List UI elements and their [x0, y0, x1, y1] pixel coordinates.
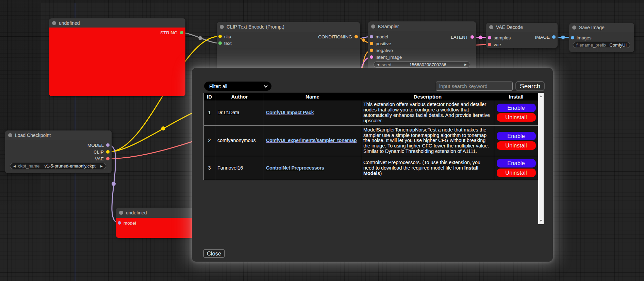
search-button[interactable]: Search: [515, 81, 545, 91]
collapse-dot[interactable]: [119, 211, 123, 215]
cell-description: This extension offers various detector n…: [361, 100, 494, 126]
increment-arrow-icon[interactable]: ▶: [464, 63, 467, 66]
increment-arrow-icon[interactable]: ▶: [100, 164, 103, 168]
output-dot-string[interactable]: [180, 31, 183, 34]
input-dot-vae[interactable]: [488, 43, 491, 46]
node-title: Load Checkpoint: [15, 133, 51, 138]
cell-id: 2: [204, 125, 215, 156]
cell-author: comfyanonymous: [215, 125, 264, 156]
node-clip-text-encode[interactable]: CLIP Text Encode (Prompt) clip text COND…: [217, 22, 360, 72]
input-slot-latent-image: latent_image: [368, 54, 476, 60]
extension-link[interactable]: ControlNet Preprocessors: [266, 165, 324, 171]
table-row: 2 comfyanonymous ComfyUI_experiments/sam…: [204, 125, 538, 156]
input-dot-images[interactable]: [571, 36, 574, 39]
output-dot-conditioning[interactable]: [354, 35, 358, 38]
node-ksampler[interactable]: KSampler model positive negative latent_…: [368, 21, 476, 71]
output-slot-image: IMAGE: [486, 34, 558, 40]
input-slot-negative: negative: [368, 47, 476, 54]
input-dot-latent-image[interactable]: [370, 55, 373, 59]
collapse-dot[interactable]: [572, 25, 576, 30]
input-dot-negative[interactable]: [370, 49, 373, 52]
search-input[interactable]: [436, 82, 513, 91]
node-save-image[interactable]: Save Image images filename_prefix ComfyU…: [569, 23, 634, 52]
scroll-down-icon[interactable]: [540, 220, 542, 222]
output-slot-string: STRING: [49, 29, 185, 36]
link-dot[interactable]: [161, 126, 165, 130]
header-author: Author: [215, 93, 264, 100]
graph-canvas[interactable]: undefined STRING CLIP Text Encode (Promp…: [0, 0, 644, 281]
filename-prefix-widget[interactable]: filename_prefix ComfyUI: [573, 42, 630, 48]
enable-button[interactable]: Enable: [497, 132, 536, 140]
input-slot-text: text: [217, 40, 360, 47]
input-dot-model[interactable]: [118, 221, 121, 225]
output-slot-conditioning: CONDITIONING: [217, 33, 360, 40]
output-dot-latent[interactable]: [470, 35, 474, 39]
collapse-dot[interactable]: [8, 133, 12, 137]
link-dot[interactable]: [561, 36, 565, 39]
node-title: CLIP Text Encode (Prompt): [227, 24, 284, 30]
extension-link[interactable]: ComfyUI_experiments/sampler_tonemap: [266, 138, 357, 143]
cell-install: Enable Uninstall: [494, 125, 538, 156]
cell-name: ComfyUI Impact Pack: [264, 100, 361, 126]
cell-description: ModelSamplerTonemapNoiseTest a node that…: [361, 125, 494, 156]
input-slot-model: model: [116, 219, 204, 226]
node-undefined-top[interactable]: undefined STRING: [49, 18, 185, 96]
input-dot-positive[interactable]: [370, 42, 373, 45]
input-slot-positive: positive: [368, 40, 476, 47]
node-undefined-bottom[interactable]: undefined model: [116, 208, 204, 238]
vertical-scrollbar[interactable]: [538, 93, 544, 224]
close-button[interactable]: Close: [203, 249, 225, 258]
input-slot-vae: vae: [486, 41, 558, 48]
cell-install: Enable Uninstall: [494, 100, 538, 126]
output-slot-clip: CLIP: [5, 148, 112, 155]
cell-author: Dr.Lt.Data: [215, 100, 264, 126]
enable-button[interactable]: Enable: [497, 104, 536, 112]
output-dot-vae[interactable]: [106, 157, 110, 160]
extension-link[interactable]: ComfyUI Impact Pack: [266, 110, 314, 115]
output-dot-image[interactable]: [552, 35, 556, 39]
table-row: 1 Dr.Lt.Data ComfyUI Impact Pack This ex…: [204, 100, 538, 126]
collapse-dot[interactable]: [220, 25, 224, 29]
output-dot-clip[interactable]: [106, 150, 110, 154]
output-dot-model[interactable]: [106, 143, 110, 147]
input-dot-text[interactable]: [218, 41, 222, 45]
decrement-arrow-icon[interactable]: ◀: [13, 164, 16, 168]
cell-name: ControlNet Preprocessors: [264, 156, 361, 180]
cell-description: ControlNet Preprocessors. (To use this e…: [361, 156, 494, 180]
uninstall-button[interactable]: Uninstall: [497, 169, 536, 177]
collapse-dot[interactable]: [371, 24, 375, 29]
cell-id: 1: [204, 100, 215, 126]
table-row: 3 Fannovel16 ControlNet Preprocessors Co…: [204, 156, 538, 180]
input-slot-images: images: [569, 34, 634, 41]
link-dot[interactable]: [199, 36, 202, 40]
node-title: undefined: [59, 20, 80, 26]
table-header-row: ID Author Name Description Install: [204, 93, 538, 100]
header-install: Install: [494, 93, 538, 100]
node-load-checkpoint[interactable]: Load Checkpoint MODEL CLIP VAE ◀ ckpt_na…: [5, 130, 112, 173]
header-name: Name: [264, 93, 361, 100]
link-dot[interactable]: [112, 182, 116, 186]
manager-extension-dialog: Filter: all Search ID Author Name Descri…: [192, 68, 553, 262]
seed-widget[interactable]: ◀ seed 156680208700286 ▶: [374, 62, 470, 68]
uninstall-button[interactable]: Uninstall: [497, 113, 536, 122]
enable-button[interactable]: Enable: [497, 159, 536, 168]
header-description: Description: [361, 93, 494, 100]
cell-install: Enable Uninstall: [494, 156, 538, 180]
node-title: VAE Decode: [496, 24, 523, 30]
node-title: Save Image: [579, 25, 605, 30]
link-dot[interactable]: [479, 36, 482, 39]
decrement-arrow-icon[interactable]: ◀: [377, 63, 379, 66]
cell-author: Fannovel16: [215, 156, 264, 180]
node-vae-decode[interactable]: VAE Decode samples vae IMAGE: [486, 23, 558, 48]
filter-select[interactable]: Filter: all: [204, 82, 271, 91]
output-slot-model: MODEL: [5, 142, 112, 148]
node-title: undefined: [126, 210, 147, 215]
scroll-up-icon[interactable]: [540, 95, 542, 97]
extension-table-container: ID Author Name Description Install 1 Dr.…: [203, 93, 544, 224]
cell-id: 3: [204, 156, 215, 180]
link-dot[interactable]: [362, 38, 365, 42]
ckpt-name-widget[interactable]: ◀ ckpt_name v1-5-pruned-emaonly.ckpt ▶: [10, 163, 106, 169]
collapse-dot[interactable]: [52, 21, 56, 25]
collapse-dot[interactable]: [489, 25, 493, 29]
uninstall-button[interactable]: Uninstall: [497, 141, 536, 150]
